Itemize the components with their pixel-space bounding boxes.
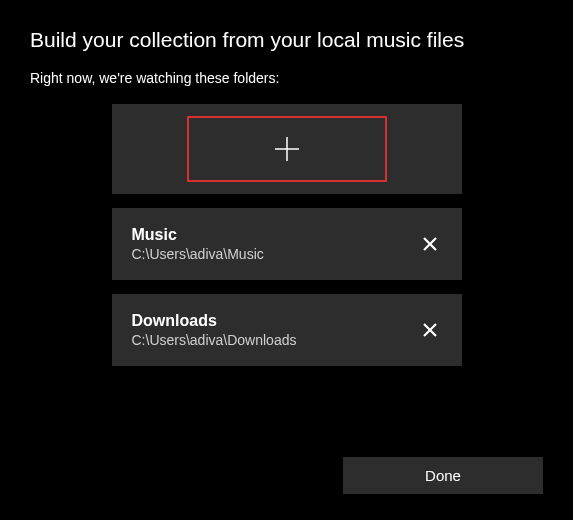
folder-info: Music C:\Users\adiva\Music: [132, 226, 264, 262]
close-icon: [422, 236, 438, 252]
done-button[interactable]: Done: [343, 457, 543, 494]
folder-name: Downloads: [132, 312, 297, 330]
dialog-footer: Done: [343, 457, 543, 494]
plus-icon: [273, 135, 301, 163]
folder-name: Music: [132, 226, 264, 244]
folder-info: Downloads C:\Users\adiva\Downloads: [132, 312, 297, 348]
folder-list: Music C:\Users\adiva\Music Downloads C:\…: [112, 104, 462, 366]
add-folder-highlight: [187, 116, 387, 182]
dialog-subtitle: Right now, we're watching these folders:: [30, 70, 543, 86]
folder-path: C:\Users\adiva\Downloads: [132, 332, 297, 348]
remove-folder-button[interactable]: [418, 318, 442, 342]
add-folder-button[interactable]: [112, 104, 462, 194]
folder-path: C:\Users\adiva\Music: [132, 246, 264, 262]
folder-item: Music C:\Users\adiva\Music: [112, 208, 462, 280]
close-icon: [422, 322, 438, 338]
dialog-title: Build your collection from your local mu…: [30, 28, 543, 52]
folder-item: Downloads C:\Users\adiva\Downloads: [112, 294, 462, 366]
remove-folder-button[interactable]: [418, 232, 442, 256]
